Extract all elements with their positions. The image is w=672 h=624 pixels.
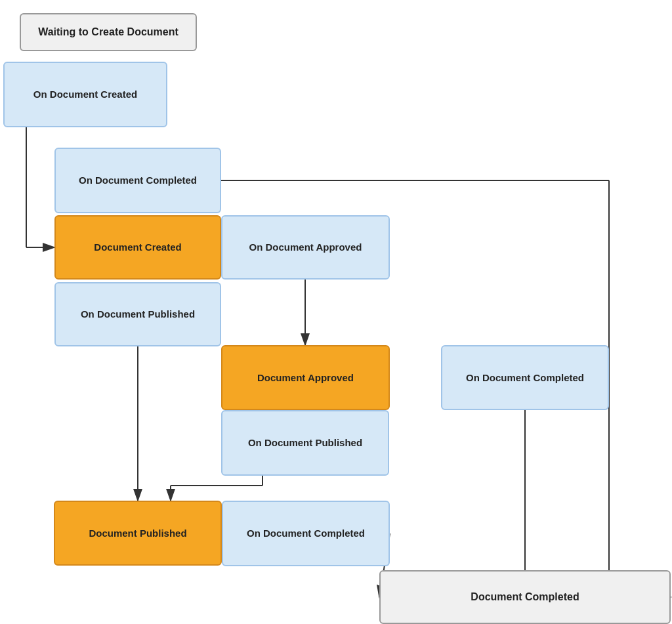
node-on-document-approved: On Document Approved (221, 215, 390, 280)
node-on-document-completed-3: On Document Completed (222, 501, 390, 566)
node-document-created: Document Created (54, 215, 221, 280)
node-document-approved: Document Approved (221, 345, 390, 410)
node-on-document-completed-2: On Document Completed (441, 345, 609, 410)
node-document-published: Document Published (54, 501, 222, 566)
diagram-container: Waiting to Create Document On Document C… (0, 0, 672, 624)
node-waiting-to-create: Waiting to Create Document (20, 13, 197, 51)
node-on-document-created: On Document Created (3, 62, 167, 127)
node-on-document-published-2: On Document Published (221, 410, 389, 476)
node-on-document-completed-1: On Document Completed (54, 148, 221, 213)
node-on-document-published-1: On Document Published (54, 282, 221, 346)
node-document-completed: Document Completed (379, 570, 671, 624)
